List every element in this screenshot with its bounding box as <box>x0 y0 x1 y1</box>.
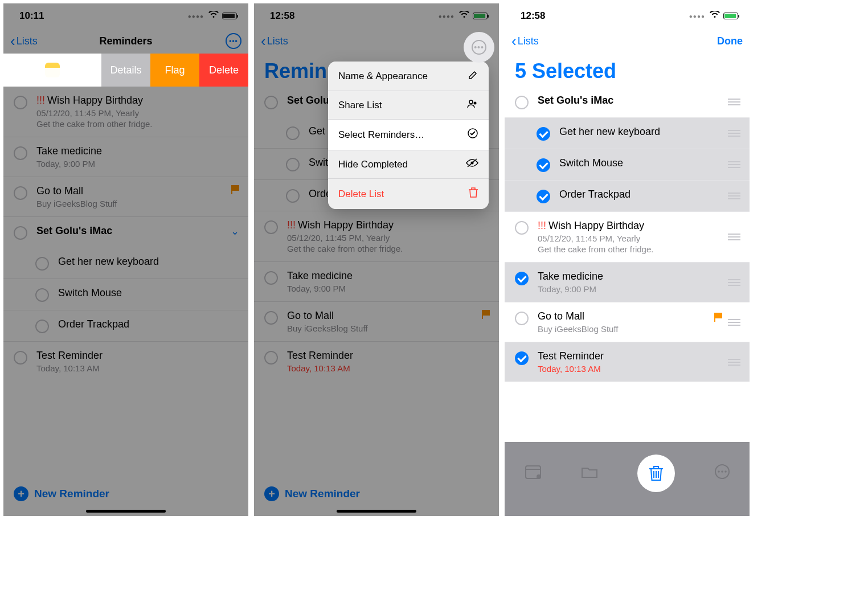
svg-point-1 <box>474 102 477 105</box>
reminder-title: Take medicine <box>287 270 490 282</box>
reminder-row[interactable]: Test Reminder Today, 10:13 AM <box>3 342 248 381</box>
home-indicator <box>86 510 166 513</box>
complete-radio[interactable] <box>264 311 278 325</box>
drag-handle-icon[interactable] <box>728 319 740 326</box>
complete-radio[interactable] <box>286 189 300 203</box>
drag-handle-icon[interactable] <box>728 234 740 240</box>
complete-radio[interactable] <box>35 257 49 271</box>
complete-radio[interactable] <box>264 271 278 285</box>
reminder-row[interactable]: Take medicine Today, 9:00 PM <box>3 137 248 177</box>
reminder-row[interactable]: !!!Wish Happy Birthday 05/12/20, 11:45 P… <box>254 211 499 262</box>
reminder-row[interactable]: Switch Mouse <box>505 149 750 181</box>
calendar-button[interactable] <box>525 464 542 484</box>
reminder-row[interactable]: Test Reminder Today, 10:13 AM <box>254 342 499 381</box>
complete-radio[interactable] <box>35 288 49 302</box>
back-button[interactable]: ‹ Lists <box>511 34 539 48</box>
more-actions-button[interactable] <box>714 464 730 484</box>
swipe-flag-label: Flag <box>165 64 185 76</box>
select-radio[interactable] <box>537 158 550 172</box>
complete-radio[interactable] <box>286 158 300 171</box>
home-indicator <box>337 510 416 513</box>
drag-handle-icon[interactable] <box>728 193 740 199</box>
swipe-flag-button[interactable]: Flag <box>150 54 199 87</box>
reminder-row[interactable]: !!!Wish Happy Birthday 05/12/20, 11:45 P… <box>3 87 248 137</box>
reminder-sub: 05/12/20, 11:45 PM, Yearly <box>36 108 239 118</box>
complete-radio[interactable] <box>286 126 300 140</box>
reminder-title: Test Reminder <box>36 350 239 362</box>
flag-icon <box>714 313 722 322</box>
select-radio[interactable] <box>515 221 529 235</box>
reminder-title: Set Golu's iMac <box>538 95 722 107</box>
reminder-sub: Buy iGeeksBlog Stuff <box>287 324 482 333</box>
reminder-row[interactable]: Test Reminder Today, 10:13 AM <box>505 342 750 382</box>
drag-handle-icon[interactable] <box>728 130 740 137</box>
pencil-icon <box>468 69 478 83</box>
ellipsis-icon: ••• <box>472 40 486 55</box>
complete-radio[interactable] <box>14 146 27 160</box>
complete-radio[interactable] <box>264 96 278 109</box>
select-radio[interactable] <box>515 272 529 285</box>
reminder-title: Switch Mouse <box>559 157 722 169</box>
page-title: 5 Selected <box>505 54 750 87</box>
reminder-row[interactable]: Set Golu's iMac <box>505 87 750 118</box>
nav-bar: ‹ Lists Done <box>505 28 750 54</box>
complete-radio[interactable] <box>14 186 27 200</box>
flag-icon <box>482 310 490 319</box>
priority-icon: !!! <box>538 220 546 231</box>
menu-label: Select Reminders… <box>338 129 424 141</box>
reminder-row[interactable]: Set Golu's iMac ⌄ <box>3 217 248 248</box>
svg-point-13 <box>721 470 723 473</box>
swipe-details-button[interactable]: Details <box>101 54 150 87</box>
select-radio[interactable] <box>537 127 550 141</box>
reminder-row[interactable]: Go to Mall Buy iGeeksBlog Stuff <box>254 302 499 342</box>
status-bar: 12:58 ●●●● <box>254 3 499 28</box>
drag-handle-icon[interactable] <box>728 99 740 105</box>
reminder-row[interactable]: Go to Mall Buy iGeeksBlog Stuff <box>3 177 248 217</box>
reminder-row[interactable]: Get her new keyboard <box>3 248 248 279</box>
complete-radio[interactable] <box>14 96 27 109</box>
plus-icon: + <box>264 486 279 501</box>
complete-radio[interactable] <box>14 226 27 240</box>
complete-radio[interactable] <box>264 220 278 234</box>
reminder-note: Get the cake from other fridge. <box>36 119 239 129</box>
done-button[interactable]: Done <box>717 35 743 47</box>
drag-handle-icon[interactable] <box>728 279 740 286</box>
reminder-row[interactable]: Go to Mall Buy iGeeksBlog Stuff <box>505 302 750 342</box>
select-radio[interactable] <box>537 190 550 203</box>
complete-radio[interactable] <box>14 351 27 365</box>
reminder-row[interactable]: Switch Mouse <box>3 279 248 310</box>
drag-handle-icon[interactable] <box>728 161 740 168</box>
complete-radio[interactable] <box>264 351 278 365</box>
reminder-row[interactable]: Take medicine Today, 9:00 PM <box>254 262 499 302</box>
swipe-delete-label: Delete <box>209 64 239 76</box>
swipe-delete-button[interactable]: Delete <box>199 54 248 87</box>
back-button[interactable]: ‹ Lists <box>261 34 288 48</box>
reminder-title: Get her new keyboard <box>559 126 722 138</box>
battery-charging-icon <box>723 13 738 19</box>
reminder-row[interactable]: Get her new keyboard <box>505 118 750 149</box>
drag-handle-icon[interactable] <box>728 359 740 366</box>
reminder-sub: Buy iGeeksBlog Stuff <box>538 324 714 334</box>
menu-name-appearance[interactable]: Name & Appearance <box>328 62 489 91</box>
selection-toolbar <box>505 442 750 516</box>
delete-selected-button[interactable] <box>637 455 675 492</box>
nav-bar: ‹ Lists <box>254 28 499 54</box>
menu-share-list[interactable]: Share List <box>328 91 489 120</box>
menu-hide-completed[interactable]: Hide Completed <box>328 150 489 179</box>
select-radio[interactable] <box>515 351 529 365</box>
select-radio[interactable] <box>515 96 529 109</box>
panel-2-context-menu: 12:58 ●●●● ‹ Lists Remin Set Golu Get Sw… <box>254 3 499 516</box>
reminder-row[interactable]: Take medicine Today, 9:00 PM <box>505 263 750 302</box>
move-to-list-button[interactable] <box>581 465 598 482</box>
reminder-row[interactable]: Order Trackpad <box>3 310 248 342</box>
reminder-title: Go to Mall <box>36 185 231 197</box>
chevron-down-icon[interactable]: ⌄ <box>231 225 239 238</box>
reminder-sub: Today, 10:13 AM <box>36 363 239 373</box>
menu-select-reminders[interactable]: Select Reminders… <box>328 120 489 150</box>
priority-icon: !!! <box>36 95 45 106</box>
reminder-row[interactable]: !!!Wish Happy Birthday 05/12/20, 11:45 P… <box>505 212 750 263</box>
menu-delete-list[interactable]: Delete List <box>328 179 489 209</box>
select-radio[interactable] <box>515 312 529 325</box>
complete-radio[interactable] <box>35 320 49 333</box>
reminder-row[interactable]: Order Trackpad <box>505 181 750 212</box>
